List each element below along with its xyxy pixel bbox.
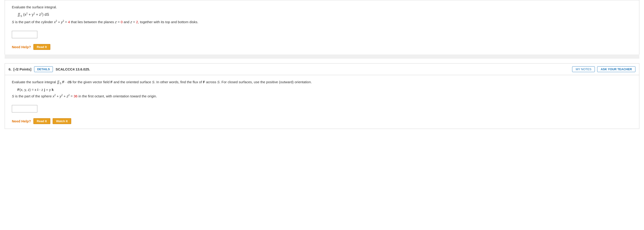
section-divider: [5, 54, 639, 59]
problem-6-code: SCALCCC4 13.6.025.: [56, 67, 90, 71]
problem-6-body: Evaluate the surface integral ∬S F · dS …: [5, 75, 639, 129]
problem-6-intro: Evaluate the surface integral ∬S F · dS …: [12, 79, 634, 86]
problem-6-need-help-row: Need Help? Read It Watch It: [12, 118, 634, 124]
problem-5-answer-input[interactable]: [12, 31, 37, 38]
problem-6-container: 6. [-/2 Points] DETAILS SCALCCC4 13.6.02…: [5, 63, 639, 129]
problem-6-sphere-desc: S is the part of the sphere x2 + y2 + z2…: [12, 94, 634, 99]
problem-5-read-it-button[interactable]: Read It: [34, 44, 50, 50]
problem-5-need-help-label: Need Help?: [12, 45, 31, 49]
ask-teacher-button[interactable]: ASK YOUR TEACHER: [597, 66, 636, 72]
problem-5-body: Evaluate the surface integral. ∬S (x2 + …: [5, 0, 639, 54]
problem-6-vector-field: F(x, y, z) = x i - z j + y k: [18, 88, 634, 92]
problem-6-header: 6. [-/2 Points] DETAILS SCALCCC4 13.6.02…: [5, 64, 639, 75]
problem-6-header-right: MY NOTES ASK YOUR TEACHER: [572, 66, 636, 72]
problem-6-answer-input[interactable]: [12, 105, 37, 112]
problem-6-read-it-button[interactable]: Read It: [34, 118, 50, 124]
problem-5-need-help-row: Need Help? Read It: [12, 44, 634, 50]
problem-6-watch-button[interactable]: Watch It: [53, 118, 71, 124]
problem-5-intro: Evaluate the surface integral.: [12, 4, 634, 10]
problem-6-number: 6. [-/2 Points]: [8, 67, 31, 71]
problem-5-container: Evaluate the surface integral. ∬S (x2 + …: [5, 0, 639, 54]
my-notes-button[interactable]: MY NOTES: [572, 66, 595, 72]
problem-6-need-help-label: Need Help?: [12, 119, 31, 123]
details-button[interactable]: DETAILS: [34, 66, 53, 72]
problem-5-description: S is the part of the cylinder x2 + y2 = …: [12, 19, 634, 25]
problem-5-integral: ∬S (x2 + y2 + z2) dS: [18, 12, 634, 18]
